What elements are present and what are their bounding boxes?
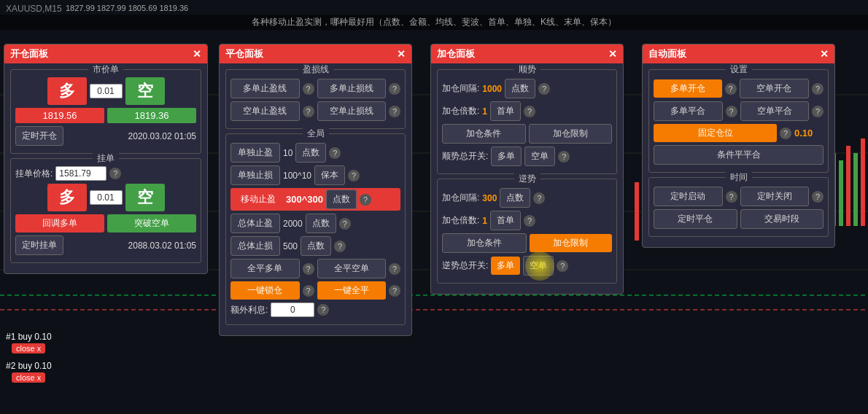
recall-multi-btn[interactable]: 回调多单: [15, 214, 104, 233]
pnl-title: 盈损线: [298, 63, 333, 76]
open-position-panel: 开仓面板 ✕ 市价单 多 空 1819.56 1819.36 定时开仓 2020…: [4, 44, 208, 274]
pending-price-help[interactable]: ?: [109, 168, 121, 179]
sell-empty-btn[interactable]: 空: [125, 77, 165, 105]
close-all-multi-help[interactable]: ?: [303, 263, 314, 275]
add-limit-btn[interactable]: 加仓限制: [529, 124, 613, 144]
timed-close-btn[interactable]: 定时关闭: [740, 187, 810, 206]
timed-open-btn[interactable]: 定时开仓: [15, 126, 63, 146]
reverse-title: 逆势: [514, 173, 540, 185]
empty-stop-pnl-help[interactable]: ?: [303, 106, 314, 117]
pending-timer-value: 2088.03.02 01:05: [128, 241, 196, 251]
trend-multi-btn[interactable]: 多单: [491, 147, 522, 166]
trade1-close-row[interactable]: close x: [6, 343, 45, 354]
timed-close-help[interactable]: ?: [812, 191, 824, 203]
total-loss-unit-btn[interactable]: 点数: [301, 236, 331, 256]
trend-empty-btn[interactable]: 空单: [524, 147, 555, 166]
multi-stop-pnl-btn[interactable]: 多单止盈线: [230, 79, 300, 98]
empty-close-help[interactable]: ?: [812, 106, 824, 117]
multi-open-btn[interactable]: 多单开仓: [654, 79, 722, 98]
trend-switch-help[interactable]: ?: [558, 151, 570, 163]
pending-buy-btn[interactable]: 多: [47, 184, 87, 211]
trade-period-btn[interactable]: 交易时段: [740, 209, 824, 229]
total-pnl-unit-btn[interactable]: 点数: [306, 214, 336, 233]
single-stop-loss-btn[interactable]: 单独止损: [230, 165, 280, 185]
multi-stop-loss-btn[interactable]: 多单止损线: [317, 79, 387, 98]
total-pnl-help[interactable]: ?: [339, 218, 351, 230]
pending-qty-input[interactable]: [90, 190, 123, 205]
multi-stop-loss-help[interactable]: ?: [389, 83, 400, 95]
break-empty-btn[interactable]: 突破空单: [107, 214, 196, 233]
market-qty-input[interactable]: [90, 84, 123, 98]
add-interval-unit-btn[interactable]: 点数: [505, 79, 535, 98]
single-pnl-help[interactable]: ?: [329, 147, 341, 159]
timed-start-btn[interactable]: 定时启动: [654, 187, 723, 206]
panel2-close-btn[interactable]: ✕: [397, 49, 406, 59]
add-condition-btn[interactable]: 加仓条件: [442, 124, 526, 144]
pending-type-row: 回调多单 突破空单: [15, 214, 196, 233]
fixed-pos-btn[interactable]: 固定仓位: [654, 124, 777, 142]
one-key-lock-help[interactable]: ?: [303, 285, 314, 297]
trade2-close-btn[interactable]: close x: [12, 372, 45, 383]
chart-symbol: XAUUSD,M15: [6, 4, 62, 14]
empty-open-help[interactable]: ?: [812, 83, 824, 95]
single-loss-help[interactable]: ?: [348, 170, 360, 181]
timed-pending-btn[interactable]: 定时挂单: [15, 235, 63, 255]
add-multiple-unit-btn[interactable]: 首单: [490, 101, 521, 121]
timed-flat-btn[interactable]: 定时平仓: [654, 209, 737, 229]
total-stop-pnl-btn[interactable]: 总体止盈: [230, 214, 280, 233]
empty-close-btn[interactable]: 空单平合: [740, 101, 810, 121]
multi-close-help[interactable]: ?: [726, 106, 737, 117]
single-loss-unit-btn[interactable]: 保本: [314, 165, 345, 185]
add-interval-help[interactable]: ?: [538, 83, 550, 95]
rev-add-limit-btn[interactable]: 加仓限制: [530, 234, 613, 252]
extra-help[interactable]: ?: [317, 304, 329, 316]
panel1-close-btn[interactable]: ✕: [193, 49, 201, 59]
multi-open-help[interactable]: ?: [725, 83, 737, 95]
rev-multi-btn[interactable]: 多单: [491, 257, 520, 275]
add-multiple-help[interactable]: ?: [524, 106, 535, 117]
rev-interval-help[interactable]: ?: [533, 192, 545, 204]
rev-multiple-unit-btn[interactable]: 首单: [490, 211, 521, 230]
buy-multi-btn[interactable]: 多: [47, 77, 87, 105]
pending-sell-btn[interactable]: 空: [125, 184, 165, 211]
multi-stop-pnl-help[interactable]: ?: [303, 83, 314, 95]
single-pnl-unit-btn[interactable]: 点数: [295, 143, 326, 163]
extra-input[interactable]: [271, 302, 314, 317]
empty-stop-loss-btn[interactable]: 空单止损线: [317, 101, 387, 121]
timed-start-help[interactable]: ?: [726, 191, 737, 203]
total-loss-help[interactable]: ?: [334, 241, 346, 252]
pending-price-input[interactable]: [55, 166, 106, 181]
single-stop-pnl-btn[interactable]: 单独止盈: [230, 143, 280, 163]
close-all-empty-btn[interactable]: 全平空单: [317, 259, 387, 278]
close-all-empty-help[interactable]: ?: [389, 263, 400, 275]
multi-close-btn[interactable]: 多单平合: [654, 101, 723, 121]
panel1-title: 开仓面板: [10, 47, 48, 60]
rev-empty-btn[interactable]: 空单: [523, 256, 554, 276]
move-pnl-unit-btn[interactable]: 点数: [326, 190, 357, 209]
rev-switch-help[interactable]: ?: [557, 260, 568, 272]
market-order-controls: 多 空: [15, 77, 196, 105]
empty-open-btn[interactable]: 空单开仓: [740, 79, 810, 98]
rev-interval-unit-btn[interactable]: 点数: [500, 188, 530, 208]
close-row: 多单平合 ? 空单平合 ?: [654, 101, 824, 121]
one-key-all-close-help[interactable]: ?: [389, 285, 400, 297]
empty-stop-pnl-btn[interactable]: 空单止盈线: [230, 101, 300, 121]
trade1-close-btn[interactable]: close x: [12, 343, 45, 354]
close-all-multi-btn[interactable]: 全平多单: [230, 259, 300, 278]
panel3-close-btn[interactable]: ✕: [608, 49, 617, 59]
one-key-all-close-btn[interactable]: 一键全平: [317, 281, 387, 300]
condition-close-btn[interactable]: 条件平平合: [654, 145, 824, 165]
one-key-lock-btn[interactable]: 一键锁仓: [230, 281, 300, 300]
panel4-close-btn[interactable]: ✕: [820, 49, 829, 59]
move-pnl-help[interactable]: ?: [360, 194, 371, 206]
rev-add-condition-btn[interactable]: 加仓条件: [442, 233, 527, 253]
chart-prices: 1827.99 1827.99 1805.69 1819.36: [66, 4, 188, 12]
empty-stop-loss-help[interactable]: ?: [389, 106, 400, 117]
move-stop-pnl-btn[interactable]: 移动止盈: [233, 190, 283, 208]
fixed-pos-help[interactable]: ?: [780, 128, 791, 139]
trade2-close-row[interactable]: close x: [6, 372, 45, 383]
rev-multiple-help[interactable]: ?: [524, 215, 535, 227]
add-interval-label: 加仓间隔:: [442, 82, 479, 95]
add-interval-val: 1000: [482, 84, 502, 94]
total-stop-loss-btn[interactable]: 总体止损: [230, 236, 280, 256]
